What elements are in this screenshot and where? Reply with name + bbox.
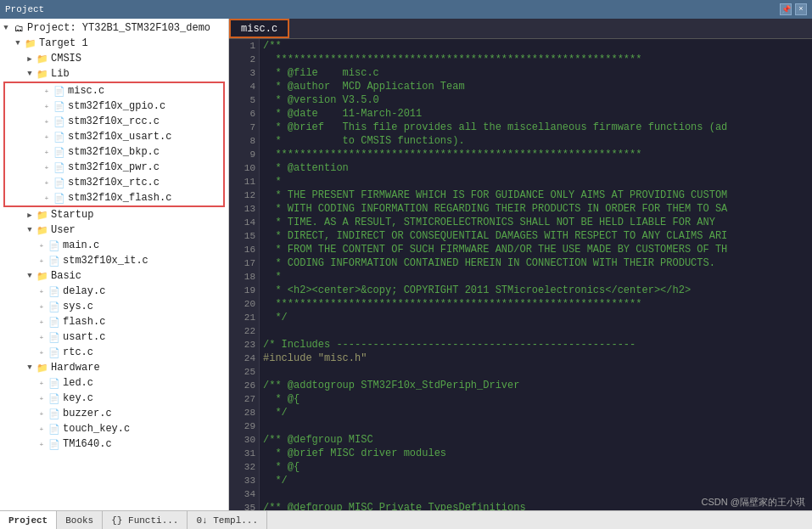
tree-item-misc-c[interactable]: +📄misc.c (5, 83, 223, 98)
expand-icon-cmsis[interactable]: ▶ (24, 53, 36, 65)
code-line-14: * TIME. AS A RESULT, STMICROELECTRONICS … (263, 216, 809, 229)
line-number-10: 10 (232, 161, 255, 175)
tree-item-stm32f10x_usart-c[interactable]: +📄stm32f10x_usart.c (5, 129, 223, 144)
tree-label-main-c: main.c (63, 239, 99, 251)
bottom-tab-functions-tab[interactable]: {} Functi... (103, 511, 188, 529)
file-icon: 📄 (48, 300, 61, 313)
expand-icon-stm32f10x_bkp-c[interactable]: + (41, 146, 53, 158)
tree-item-tm1640-c[interactable]: +📄TM1640.c (0, 436, 228, 452)
expand-icon-delay-c[interactable]: + (36, 285, 48, 297)
tree-item-led-c[interactable]: +📄led.c (0, 375, 228, 391)
tree-item-flash-c[interactable]: +📄flash.c (0, 314, 228, 329)
code-line-9: ****************************************… (263, 148, 809, 161)
expand-icon-main-c[interactable]: + (36, 239, 48, 251)
bottom-tab-books-tab[interactable]: Books (57, 511, 103, 529)
tree-label-lib: Lib (51, 68, 70, 80)
tree-item-stm32f10x_gpio-c[interactable]: +📄stm32f10x_gpio.c (5, 98, 223, 114)
expand-icon-stm32f10x_pwr-c[interactable]: + (41, 161, 53, 173)
tree-item-hardware[interactable]: ▼📁Hardware (0, 360, 228, 375)
line-number-2: 2 (232, 53, 255, 66)
code-line-15: * DIRECT, INDIRECT OR CONSEQUENTIAL DAMA… (263, 229, 809, 243)
file-icon: 📄 (48, 437, 61, 451)
expand-icon-stm32f10x_it-c[interactable]: + (36, 255, 48, 267)
tree-label-stm32f10x_pwr-c: stm32f10x_pwr.c (68, 161, 160, 173)
tree-item-stm32f10x_flash-c[interactable]: +📄stm32f10x_flash.c (5, 190, 223, 205)
code-line-6: * @date 11-March-2011 (263, 107, 809, 121)
code-line-5: * @version V3.5.0 (263, 93, 809, 107)
tree-item-cmsis[interactable]: ▶📁CMSIS (0, 51, 228, 66)
tree-item-delay-c[interactable]: +📄delay.c (0, 284, 228, 299)
expand-icon-stm32f10x_flash-c[interactable]: + (41, 192, 53, 204)
tree-item-project-root[interactable]: ▼🗂Project: YT32B1_STM32F103_demo (0, 20, 228, 36)
code-editor[interactable]: 1234567891011121314151617181920212223242… (229, 39, 812, 510)
bottom-tab-project-tab[interactable]: Project (0, 511, 57, 529)
bottom-tab-templates-tab[interactable]: 0↓ Templ... (188, 511, 267, 529)
expand-icon-stm32f10x_gpio-c[interactable]: + (41, 100, 53, 112)
expand-icon-usart-c[interactable]: + (36, 331, 48, 343)
tree-item-buzzer-c[interactable]: +📄buzzer.c (0, 406, 228, 421)
expand-icon-stm32f10x_rtc-c[interactable]: + (41, 177, 53, 189)
code-line-22 (263, 324, 809, 338)
expand-icon-project-root[interactable]: ▼ (0, 22, 12, 34)
tree-item-stm32f10x_rtc-c[interactable]: +📄stm32f10x_rtc.c (5, 175, 223, 190)
expand-icon-tm1640-c[interactable]: + (36, 438, 48, 450)
tree-item-stm32f10x_bkp-c[interactable]: +📄stm32f10x_bkp.c (5, 144, 223, 160)
folder-icon: 📁 (36, 361, 49, 374)
file-icon: 📄 (48, 254, 61, 267)
code-line-4: * @author MCD Application Team (263, 80, 809, 93)
expand-icon-basic[interactable]: ▼ (24, 270, 36, 282)
code-line-23: /* Includes ----------------------------… (263, 338, 809, 352)
tree-item-target1[interactable]: ▼📁Target 1 (0, 36, 228, 51)
line-number-31: 31 (232, 447, 255, 460)
file-icon: 📄 (53, 160, 66, 174)
tree-item-touch_key-c[interactable]: +📄touch_key.c (0, 421, 228, 436)
tree-label-cmsis: CMSIS (51, 53, 81, 65)
expand-icon-led-c[interactable]: + (36, 377, 48, 389)
tree-item-stm32f10x_pwr-c[interactable]: +📄stm32f10x_pwr.c (5, 160, 223, 175)
tree-item-basic[interactable]: ▼📁Basic (0, 268, 228, 284)
tree-item-stm32f10x_it-c[interactable]: +📄stm32f10x_it.c (0, 253, 228, 268)
file-tree[interactable]: ▼🗂Project: YT32B1_STM32F103_demo▼📁Target… (0, 19, 228, 510)
code-line-27: * @{ (263, 392, 809, 406)
title-bar-left: Project (5, 4, 44, 14)
folder-icon: 📁 (36, 223, 49, 237)
file-icon: 📄 (48, 330, 61, 344)
code-line-7: * @brief This file provides all the misc… (263, 121, 809, 134)
main-layout: ▼🗂Project: YT32B1_STM32F103_demo▼📁Target… (0, 19, 812, 510)
tree-item-lib[interactable]: ▼📁Lib (0, 66, 228, 82)
expand-icon-key-c[interactable]: + (36, 392, 48, 404)
expand-icon-hardware[interactable]: ▼ (24, 362, 36, 374)
close-panel-button[interactable]: × (795, 3, 807, 15)
line-number-6: 6 (232, 107, 255, 121)
expand-icon-stm32f10x_usart-c[interactable]: + (41, 131, 53, 143)
expand-icon-stm32f10x_rcc-c[interactable]: + (41, 115, 53, 127)
expand-icon-startup[interactable]: ▶ (24, 209, 36, 221)
tree-item-main-c[interactable]: +📄main.c (0, 238, 228, 253)
expand-icon-user[interactable]: ▼ (24, 224, 36, 236)
tree-item-stm32f10x_rcc-c[interactable]: +📄stm32f10x_rcc.c (5, 114, 223, 129)
tree-item-usart-c[interactable]: +📄usart.c (0, 329, 228, 345)
expand-icon-lib[interactable]: ▼ (24, 68, 36, 80)
folder-icon: 📁 (24, 37, 37, 50)
tab-misc-tab[interactable]: misc.c (229, 19, 289, 38)
tree-item-rtc-c[interactable]: +📄rtc.c (0, 345, 228, 360)
file-icon: 📄 (48, 376, 61, 390)
line-number-29: 29 (232, 419, 255, 433)
expand-icon-sys-c[interactable]: + (36, 301, 48, 312)
code-line-10: * @attention (263, 161, 809, 175)
tree-label-basic: Basic (51, 270, 81, 282)
expand-icon-rtc-c[interactable]: + (36, 346, 48, 358)
expand-icon-buzzer-c[interactable]: + (36, 408, 48, 419)
expand-icon-target1[interactable]: ▼ (12, 37, 24, 49)
code-line-12: * THE PRESENT FIRMWARE WHICH IS FOR GUID… (263, 189, 809, 202)
tree-item-key-c[interactable]: +📄key.c (0, 391, 228, 406)
panel-title: Project (5, 4, 44, 14)
code-line-20: ****************************************… (263, 297, 809, 311)
expand-icon-flash-c[interactable]: + (36, 316, 48, 328)
expand-icon-touch_key-c[interactable]: + (36, 423, 48, 435)
tree-item-user[interactable]: ▼📁User (0, 222, 228, 238)
expand-icon-misc-c[interactable]: + (41, 85, 53, 97)
tree-item-startup[interactable]: ▶📁Startup (0, 207, 228, 222)
pin-button[interactable]: 📌 (780, 3, 792, 15)
tree-item-sys-c[interactable]: +📄sys.c (0, 299, 228, 314)
